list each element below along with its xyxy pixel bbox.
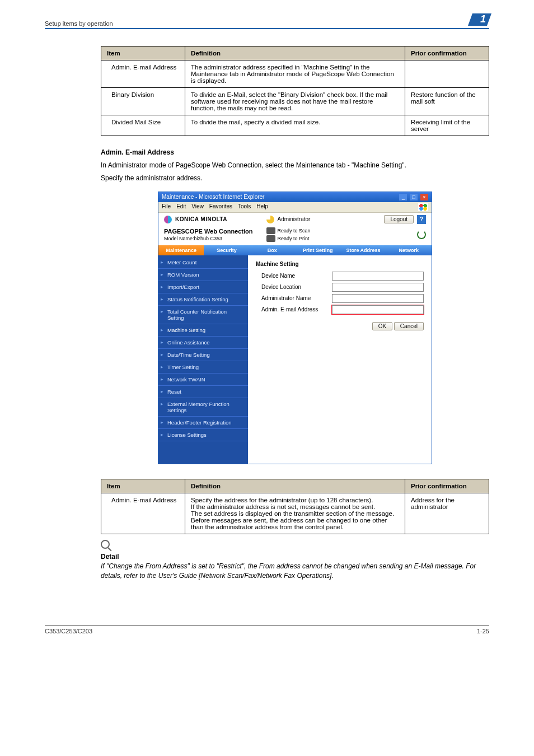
sidebar-item-reset[interactable]: Reset <box>158 386 248 398</box>
th-item: Item <box>101 479 185 493</box>
sidebar-item-header-footer[interactable]: Header/Footer Registration <box>158 417 248 429</box>
sidebar-item-timer[interactable]: Timer Setting <box>158 361 248 374</box>
field-row: Device Location <box>256 283 424 292</box>
field-row: Admin. E-mail Address <box>256 305 424 314</box>
main-panel: Machine Setting Device Name Device Locat… <box>248 255 432 464</box>
close-icon[interactable]: × <box>420 194 428 200</box>
ie-logo-icon <box>418 203 428 211</box>
sidebar-item-external-memory[interactable]: External Memory Function Settings <box>158 398 248 417</box>
minimize-icon[interactable]: _ <box>399 194 407 200</box>
tab-security[interactable]: Security <box>204 245 249 255</box>
cell-prior: Address for the administrator <box>405 493 489 534</box>
section-paragraph: In Administrator mode of PageScope Web C… <box>101 161 489 170</box>
tab-maintenance[interactable]: Maintenance <box>158 245 204 255</box>
cell-item: Admin. E-mail Address <box>101 493 185 534</box>
sidebar-item-machine-setting[interactable]: Machine Setting <box>158 324 248 337</box>
brand-text: KONICA MINOLTA <box>175 216 227 222</box>
logout-button[interactable]: Logout <box>384 215 414 223</box>
scanner-icon <box>266 227 275 234</box>
cancel-button[interactable]: Cancel <box>394 322 424 330</box>
sidebar-item-online-assistance[interactable]: Online Assistance <box>158 337 248 349</box>
sidebar-item-license[interactable]: License Settings <box>158 429 248 441</box>
breadcrumb: Setup items by operation <box>45 20 113 27</box>
cell-item: Binary Division <box>101 88 185 115</box>
menu-tools[interactable]: Tools <box>238 203 251 211</box>
sidebar-item-rom-version[interactable]: ROM Version <box>158 269 248 281</box>
detail-icon <box>101 540 110 549</box>
definition-table-1: Item Definition Prior confirmation Admin… <box>101 46 489 136</box>
th-definition: Definition <box>185 46 405 60</box>
cell-item: Divided Mail Size <box>101 115 185 136</box>
th-item: Item <box>101 46 185 60</box>
help-icon[interactable]: ? <box>417 215 426 224</box>
ie-window: Maintenance - Microsoft Internet Explore… <box>158 192 432 464</box>
cell-definition: To divide an E-Mail, select the "Binary … <box>185 88 405 115</box>
administrator-icon <box>266 216 274 223</box>
window-buttons: _ □ × <box>398 194 428 200</box>
cell-definition: To divide the mail, specify a divided ma… <box>185 115 405 136</box>
table-row: Admin. E-mail Address Specify the addres… <box>101 493 489 534</box>
section-heading: Admin. E-mail Address <box>101 148 489 156</box>
detail-label: Detail <box>101 553 489 561</box>
label-admin-email: Admin. E-mail Address <box>256 306 329 312</box>
table-row: Admin. E-mail Address The administrator … <box>101 60 489 88</box>
sidebar-item-import-export[interactable]: Import/Export <box>158 281 248 293</box>
input-administrator-name[interactable] <box>332 294 424 303</box>
sidebar-item-meter-count[interactable]: Meter Count <box>158 256 248 269</box>
konica-logo-icon <box>164 216 172 223</box>
section-paragraph: Specify the administrator address. <box>101 174 489 183</box>
status-scan: Ready to Scan <box>278 228 311 234</box>
th-definition: Definition <box>185 479 405 493</box>
ie-titlebar: Maintenance - Microsoft Internet Explore… <box>158 192 432 202</box>
tab-store-address[interactable]: Store Address <box>340 245 386 255</box>
input-device-name[interactable] <box>332 272 424 281</box>
form-heading: Machine Setting <box>256 261 424 267</box>
menu-view[interactable]: View <box>191 203 204 211</box>
administrator-label: Administrator <box>278 216 311 222</box>
label-device-name: Device Name <box>256 273 329 279</box>
status-print: Ready to Print <box>278 236 310 241</box>
sidebar-item-status-notification[interactable]: Status Notification Setting <box>158 293 248 306</box>
tab-network[interactable]: Network <box>386 245 432 255</box>
input-device-location[interactable] <box>332 283 424 292</box>
menu-file[interactable]: File <box>162 203 171 211</box>
footer-left: C353/C253/C203 <box>45 628 92 634</box>
sidebar-item-date-time[interactable]: Date/Time Setting <box>158 349 248 361</box>
footer-right: 1-25 <box>477 628 489 634</box>
cell-prior: Receiving limit of the server <box>405 115 489 136</box>
tab-print-setting[interactable]: Print Setting <box>295 245 340 255</box>
maximize-icon[interactable]: □ <box>410 194 418 200</box>
label-device-location: Device Location <box>256 284 329 290</box>
cell-prior <box>405 60 489 88</box>
tab-bar: Maintenance Security Box Print Setting S… <box>158 245 432 255</box>
field-row: Device Name <box>256 272 424 281</box>
ok-button[interactable]: OK <box>372 322 392 330</box>
table-row: Binary Division To divide an E-Mail, sel… <box>101 88 489 115</box>
cell-item: Admin. E-mail Address <box>101 60 185 88</box>
sidebar: Meter Count ROM Version Import/Export St… <box>158 255 248 464</box>
printer-icon <box>266 235 275 242</box>
chapter-badge: 1 <box>470 13 489 27</box>
model-name: Model Name:bizhub C353 <box>164 236 253 241</box>
definition-table-2: Item Definition Prior confirmation Admin… <box>101 479 489 534</box>
cell-definition: The administrator address specified in "… <box>185 60 405 88</box>
menu-favorites[interactable]: Favorites <box>209 203 232 211</box>
menu-help[interactable]: Help <box>256 203 268 211</box>
th-prior: Prior confirmation <box>405 479 489 493</box>
pagescope-label: PAGESCOPE Web Connection <box>164 228 253 235</box>
label-administrator-name: Administrator Name <box>256 295 329 301</box>
table-row: Divided Mail Size To divide the mail, sp… <box>101 115 489 136</box>
window-title: Maintenance - Microsoft Internet Explore… <box>162 194 264 200</box>
th-prior: Prior confirmation <box>405 46 489 60</box>
input-admin-email[interactable] <box>332 305 424 314</box>
sidebar-item-network-twain[interactable]: Network TWAIN <box>158 374 248 386</box>
cell-definition: Specify the address for the administrato… <box>185 493 405 534</box>
subinfo-row: PAGESCOPE Web Connection Model Name:bizh… <box>158 226 432 245</box>
sidebar-item-total-counter-notification[interactable]: Total Counter Notification Setting <box>158 306 248 324</box>
cell-prior: Restore function of the mail soft <box>405 88 489 115</box>
menu-edit[interactable]: Edit <box>176 203 186 211</box>
ie-menubar: File Edit View Favorites Tools Help <box>158 202 432 213</box>
field-row: Administrator Name <box>256 294 424 303</box>
tab-box[interactable]: Box <box>250 245 295 255</box>
refresh-icon[interactable] <box>417 230 426 239</box>
